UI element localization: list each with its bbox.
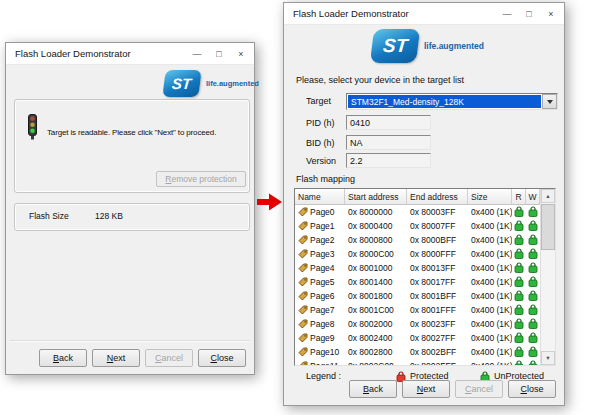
- end-address-cell: 0x 80027FF: [407, 333, 468, 343]
- scrollbar-thumb[interactable]: [541, 204, 555, 250]
- dropdown-arrow-button[interactable]: [542, 94, 557, 109]
- unprotected-lock-icon: [514, 318, 524, 331]
- page-name-cell: Page10: [295, 347, 345, 357]
- window-controls: — □ ×: [496, 3, 562, 24]
- flash-table-row[interactable]: Page70x 8001C000x 8001FFF0x400 (1K): [295, 303, 540, 317]
- st-logo: ST: [162, 70, 201, 97]
- minimize-button[interactable]: —: [496, 3, 518, 24]
- pid-label: PID (h): [306, 118, 335, 128]
- close-window-button[interactable]: ×: [540, 3, 562, 24]
- back-button[interactable]: Back: [349, 380, 397, 398]
- end-address-cell: 0x 80017FF: [407, 277, 468, 287]
- cancel-button[interactable]: Cancel: [455, 380, 503, 398]
- flash-table-row[interactable]: Page10x 80004000x 80007FF0x400 (1K): [295, 219, 540, 233]
- target-dropdown[interactable]: STM32F1_Med-density_128K: [346, 93, 558, 110]
- next-button[interactable]: Next: [402, 380, 450, 398]
- flash-table-row[interactable]: Page30x 8000C000x 8000FFF0x400 (1K): [295, 247, 540, 261]
- start-address-cell: 0x 8000000: [345, 207, 407, 217]
- page-name-text: Page8: [310, 319, 335, 329]
- unprotected-lock-icon: [528, 276, 538, 289]
- minimize-button[interactable]: —: [186, 43, 208, 64]
- flash-table-row[interactable]: Page00x 80000000x 80003FF0x400 (1K): [295, 205, 540, 219]
- read-protection-cell: [512, 304, 526, 317]
- unprotected-lock-icon: [528, 346, 538, 359]
- size-cell: 0x400 (1K): [468, 333, 512, 343]
- brand-block: ST life.augmented: [164, 70, 259, 97]
- remove-protection-button[interactable]: Remove protection: [156, 171, 246, 187]
- write-protection-cell: [526, 332, 540, 345]
- close-window-button[interactable]: ×: [230, 43, 252, 64]
- read-protection-cell: [512, 332, 526, 345]
- flash-table-row[interactable]: Page110x 8002C000x 8002FFF0x400 (1K): [295, 359, 540, 365]
- unprotected-lock-icon: [528, 290, 538, 303]
- page-name-text: Page6: [310, 291, 335, 301]
- end-address-cell: 0x 80007FF: [407, 221, 468, 231]
- scroll-up-button[interactable]: ▲: [541, 189, 555, 203]
- unprotected-lock-icon: [514, 234, 524, 247]
- start-address-cell: 0x 8001C00: [345, 305, 407, 315]
- column-header-read[interactable]: R: [512, 189, 526, 205]
- page-tag-icon: [298, 221, 308, 231]
- column-header-end[interactable]: End address: [407, 189, 468, 205]
- scroll-down-button[interactable]: ▼: [541, 351, 555, 365]
- unprotected-lock-icon: [514, 248, 524, 261]
- status-message: Target is readable. Please click "Next" …: [47, 128, 216, 137]
- flash-table-row[interactable]: Page20x 80008000x 8000BFF0x400 (1K): [295, 233, 540, 247]
- start-address-cell: 0x 8002800: [345, 347, 407, 357]
- read-protection-cell: [512, 234, 526, 247]
- version-label: Version: [306, 156, 336, 166]
- page-name-text: Page4: [310, 263, 335, 273]
- write-protection-cell: [526, 304, 540, 317]
- flash-table-row[interactable]: Page40x 80010000x 80013FF0x400 (1K): [295, 261, 540, 275]
- version-field: 2.2: [346, 153, 431, 168]
- unprotected-lock-icon: [528, 248, 538, 261]
- close-button[interactable]: Close: [508, 380, 556, 398]
- size-cell: 0x400 (1K): [468, 235, 512, 245]
- flash-table-row[interactable]: Page90x 80024000x 80027FF0x400 (1K): [295, 331, 540, 345]
- flash-table-row[interactable]: Page80x 80020000x 80023FF0x400 (1K): [295, 317, 540, 331]
- unprotected-lock-icon: [528, 304, 538, 317]
- screenshot-canvas: Flash Loader Demonstrator — □ × ST life.…: [0, 0, 600, 415]
- page-name-text: Page1: [310, 221, 335, 231]
- titlebar[interactable]: Flash Loader Demonstrator — □ ×: [6, 43, 254, 65]
- page-tag-icon: [298, 263, 308, 273]
- column-header-start[interactable]: Start address: [345, 189, 407, 205]
- read-protection-cell: [512, 248, 526, 261]
- end-address-cell: 0x 8000BFF: [407, 235, 468, 245]
- maximize-button[interactable]: □: [208, 43, 230, 64]
- column-header-name[interactable]: Name: [295, 189, 345, 205]
- flash-table-row[interactable]: Page50x 80014000x 80017FF0x400 (1K): [295, 275, 540, 289]
- brand-block: ST life.augmented: [372, 29, 484, 63]
- page-name-text: Page10: [310, 347, 339, 357]
- start-address-cell: 0x 8002000: [345, 319, 407, 329]
- flash-table-row[interactable]: Page100x 80028000x 8002BFF0x400 (1K): [295, 345, 540, 359]
- page-name-cell: Page6: [295, 291, 345, 301]
- read-protection-cell: [512, 318, 526, 331]
- column-header-size[interactable]: Size: [468, 189, 512, 205]
- unprotected-lock-icon: [528, 360, 538, 366]
- page-tag-icon: [298, 249, 308, 259]
- cancel-button[interactable]: Cancel: [145, 349, 193, 367]
- end-address-cell: 0x 80023FF: [407, 319, 468, 329]
- vertical-scrollbar[interactable]: ▲ ▼: [540, 189, 555, 365]
- target-label: Target: [306, 96, 331, 106]
- read-protection-cell: [512, 262, 526, 275]
- start-address-cell: 0x 8000400: [345, 221, 407, 231]
- wizard-button-row: Back Next Cancel Close: [39, 349, 246, 367]
- unprotected-lock-icon: [514, 206, 524, 219]
- maximize-button[interactable]: □: [518, 3, 540, 24]
- titlebar[interactable]: Flash Loader Demonstrator — □ ×: [284, 3, 564, 25]
- write-protection-cell: [526, 360, 540, 366]
- flash-table-row[interactable]: Page60x 80018000x 8001BFF0x400 (1K): [295, 289, 540, 303]
- write-protection-cell: [526, 318, 540, 331]
- size-cell: 0x400 (1K): [468, 263, 512, 273]
- unprotected-lock-icon: [528, 206, 538, 219]
- close-button[interactable]: Close: [198, 349, 246, 367]
- read-protection-cell: [512, 346, 526, 359]
- next-button[interactable]: Next: [92, 349, 140, 367]
- back-button[interactable]: Back: [39, 349, 87, 367]
- column-header-write[interactable]: W: [526, 189, 540, 205]
- size-cell: 0x400 (1K): [468, 361, 512, 365]
- page-tag-icon: [298, 235, 308, 245]
- page-name-cell: Page0: [295, 207, 345, 217]
